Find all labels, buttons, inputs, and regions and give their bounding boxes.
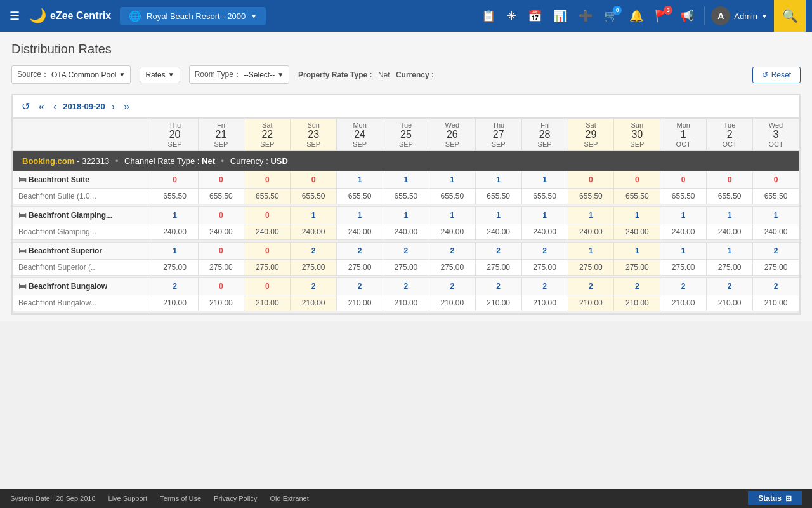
avail-cell-1-13[interactable]: 1	[753, 207, 799, 224]
bell-icon-btn[interactable]: 🔔	[625, 6, 647, 26]
avail-cell-0-4[interactable]: 1	[337, 171, 383, 189]
avail-cell-0-3[interactable]: 0	[291, 171, 337, 189]
reset-button[interactable]: ↺ Reset	[752, 67, 801, 83]
source-dropdown[interactable]: Source： OTA Common Pool ▼	[11, 65, 131, 84]
avail-cell-0-10[interactable]: 0	[614, 171, 660, 189]
avail-cell-2-9[interactable]: 1	[568, 243, 614, 260]
rates-table-wrapper[interactable]: Thu20SEPFri21SEPSat22SEPSun23SEPMon24SEP…	[12, 117, 800, 314]
privacy-link[interactable]: Privacy Policy	[214, 495, 257, 502]
cart-icon-btn[interactable]: 🛒 0	[600, 6, 622, 26]
avail-cell-0-13[interactable]: 0	[753, 171, 799, 189]
avail-cell-3-13[interactable]: 2	[753, 278, 799, 295]
first-prev-button[interactable]: «	[36, 100, 47, 114]
next-button[interactable]: ›	[109, 100, 117, 114]
avail-cell-1-1[interactable]: 0	[198, 207, 244, 224]
table-icon-btn[interactable]: 📅	[524, 6, 546, 26]
avail-cell-0-2[interactable]: 0	[244, 171, 291, 189]
live-support-link[interactable]: Live Support	[108, 495, 148, 502]
avail-cell-0-7[interactable]: 1	[475, 171, 521, 189]
avail-cell-1-5[interactable]: 1	[383, 207, 429, 224]
avail-cell-2-13[interactable]: 2	[753, 243, 799, 260]
avail-cell-1-9[interactable]: 1	[568, 207, 614, 224]
room-type-row-0: 🛏Beachfront Suite00001111100000	[13, 171, 799, 189]
avail-cell-1-0[interactable]: 1	[152, 207, 198, 224]
avail-cell-0-0[interactable]: 0	[152, 171, 198, 189]
search-button[interactable]: 🔍	[774, 0, 806, 32]
menu-icon[interactable]: ☰	[6, 6, 23, 26]
avail-cell-3-10[interactable]: 2	[614, 278, 660, 295]
avail-cell-2-3[interactable]: 2	[291, 243, 337, 260]
avail-cell-0-11[interactable]: 0	[660, 171, 707, 189]
rate-value-3-5: 210.00	[383, 295, 429, 311]
avail-cell-0-9[interactable]: 0	[568, 171, 614, 189]
refresh-icon: ↺	[762, 70, 768, 79]
avail-cell-3-9[interactable]: 2	[568, 278, 614, 295]
avail-cell-1-8[interactable]: 1	[521, 207, 568, 224]
avail-cell-2-11[interactable]: 1	[660, 243, 707, 260]
source-label: Source：	[17, 69, 49, 80]
avail-cell-0-6[interactable]: 1	[429, 171, 475, 189]
avail-cell-1-6[interactable]: 1	[429, 207, 475, 224]
chevron-down-icon: ▼	[251, 13, 257, 20]
avail-cell-2-5[interactable]: 2	[383, 243, 429, 260]
avail-cell-2-2[interactable]: 0	[244, 243, 291, 260]
avail-cell-3-6[interactable]: 2	[429, 278, 475, 295]
avail-cell-2-7[interactable]: 2	[475, 243, 521, 260]
megaphone-icon-btn[interactable]: 📢	[676, 6, 698, 26]
avail-cell-2-10[interactable]: 1	[614, 243, 660, 260]
avail-cell-2-8[interactable]: 2	[521, 243, 568, 260]
room-name-2: 🛏Beachfront Superior	[13, 243, 152, 260]
chart-icon-btn[interactable]: 📊	[549, 6, 571, 26]
avail-cell-0-12[interactable]: 0	[707, 171, 753, 189]
last-next-button[interactable]: »	[121, 100, 132, 114]
prev-button[interactable]: ‹	[51, 100, 59, 114]
avail-cell-1-7[interactable]: 1	[475, 207, 521, 224]
old-extranet-link[interactable]: Old Extranet	[270, 495, 309, 502]
avail-cell-1-11[interactable]: 1	[660, 207, 707, 224]
avail-cell-1-2[interactable]: 0	[244, 207, 291, 224]
avail-cell-2-4[interactable]: 2	[337, 243, 383, 260]
rate-value-0-3: 655.50	[291, 189, 337, 204]
avail-cell-3-5[interactable]: 2	[383, 278, 429, 295]
settings-icon-btn[interactable]: ✳	[503, 6, 520, 26]
avail-cell-0-8[interactable]: 1	[521, 171, 568, 189]
avail-cell-1-10[interactable]: 1	[614, 207, 660, 224]
avail-cell-3-0[interactable]: 2	[152, 278, 198, 295]
avail-cell-3-2[interactable]: 0	[244, 278, 291, 295]
user-menu[interactable]: A Admin ▼	[711, 6, 768, 25]
rate-value-3-4: 210.00	[337, 295, 383, 311]
header-icons: 📋 ✳ 📅 📊 ➕ 🛒 0 🔔 🚩 3 📢 A	[478, 6, 768, 26]
calendar-icon-btn[interactable]: 📋	[478, 6, 499, 26]
room-type-dropdown[interactable]: Room Type： --Select-- ▼	[189, 65, 289, 84]
avail-cell-2-0[interactable]: 1	[152, 243, 198, 260]
rate-value-2-5: 275.00	[383, 260, 429, 276]
avail-cell-0-5[interactable]: 1	[383, 171, 429, 189]
property-selector[interactable]: 🌐 Royal Beach Resort - 2000 ▼	[120, 7, 266, 25]
avail-cell-3-4[interactable]: 2	[337, 278, 383, 295]
avail-cell-2-6[interactable]: 2	[429, 243, 475, 260]
avail-cell-3-1[interactable]: 0	[198, 278, 244, 295]
rate-value-1-11: 240.00	[660, 224, 707, 240]
terms-link[interactable]: Terms of Use	[160, 495, 201, 502]
avail-cell-3-12[interactable]: 2	[707, 278, 753, 295]
avail-cell-2-12[interactable]: 1	[707, 243, 753, 260]
rates-dropdown[interactable]: Rates ▼	[140, 67, 180, 83]
avail-cell-3-11[interactable]: 2	[660, 278, 707, 295]
rate-value-1-1: 240.00	[198, 224, 244, 240]
avail-cell-3-7[interactable]: 2	[475, 278, 521, 295]
avail-cell-3-8[interactable]: 2	[521, 278, 568, 295]
rate-value-2-7: 275.00	[475, 260, 521, 276]
flag-icon-btn[interactable]: 🚩 3	[651, 6, 672, 26]
status-badge[interactable]: Status ⊞	[748, 491, 802, 505]
avail-cell-1-12[interactable]: 1	[707, 207, 753, 224]
avail-cell-0-1[interactable]: 0	[198, 171, 244, 189]
refresh-date-button[interactable]: ↺	[19, 99, 32, 114]
room-type-row-2: 🛏Beachfront Superior10022222211112	[13, 243, 799, 260]
avail-cell-1-3[interactable]: 1	[291, 207, 337, 224]
plus-icon-btn[interactable]: ➕	[575, 6, 596, 26]
avail-cell-2-1[interactable]: 0	[198, 243, 244, 260]
avail-cell-3-3[interactable]: 2	[291, 278, 337, 295]
rate-value-3-0: 210.00	[152, 295, 198, 311]
avail-cell-1-4[interactable]: 1	[337, 207, 383, 224]
room-type-value: --Select--	[244, 70, 275, 79]
